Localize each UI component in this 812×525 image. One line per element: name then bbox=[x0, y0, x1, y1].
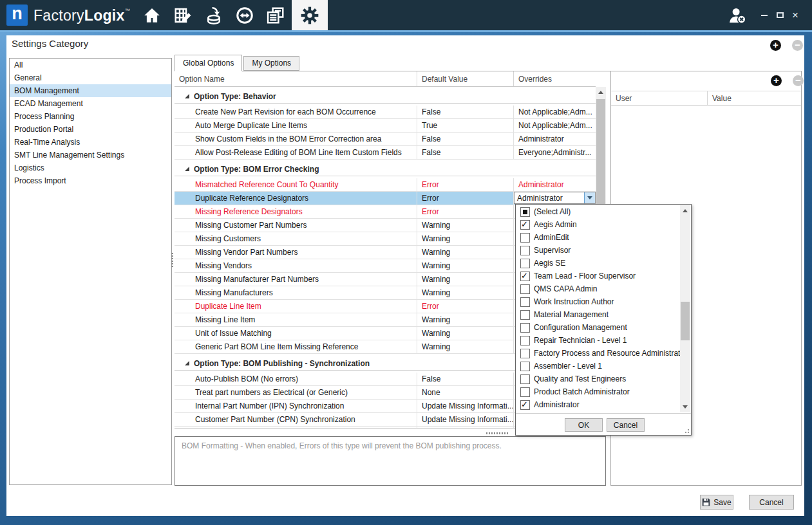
option-name-cell: Unit of Issue Matching bbox=[175, 327, 417, 340]
role-option-administrator[interactable]: Administrator bbox=[516, 398, 680, 411]
reports-windows-icon[interactable] bbox=[260, 0, 291, 30]
role-option-repair-technician-level-1[interactable]: Repair Technician - Level 1 bbox=[516, 334, 680, 347]
save-button[interactable]: Save bbox=[700, 495, 733, 510]
checkbox-unchecked-icon[interactable] bbox=[520, 246, 530, 255]
role-option-factory-process-and-resource-administrator[interactable]: Factory Process and Resource Administrat… bbox=[516, 347, 680, 360]
dropdown-scroll-down-icon[interactable] bbox=[680, 401, 690, 412]
sidebar-item-real-time-analysis[interactable]: Real-Time Analysis bbox=[10, 136, 171, 149]
checkbox-unchecked-icon[interactable] bbox=[520, 233, 530, 243]
role-option-product-batch-administrator[interactable]: Product Batch Administrator bbox=[516, 385, 680, 398]
checkbox-unchecked-icon[interactable] bbox=[520, 349, 530, 358]
remove-override-button[interactable]: − bbox=[792, 40, 803, 51]
option-row-show-custom-fields-in-the-bom-error-correction-area[interactable]: Show Custom Fields in the BOM Error Corr… bbox=[175, 133, 596, 146]
ok-button[interactable]: OK bbox=[565, 418, 603, 432]
minimize-button[interactable] bbox=[757, 0, 771, 30]
tab-global-options[interactable]: Global Options bbox=[175, 55, 242, 71]
checkbox-unchecked-icon[interactable] bbox=[520, 374, 530, 384]
option-row-duplicate-reference-designators[interactable]: Duplicate Reference DesignatorsErrorAdmi… bbox=[175, 192, 596, 205]
npi-grid-pencil-icon[interactable] bbox=[167, 0, 198, 30]
checkbox-unchecked-icon[interactable] bbox=[520, 310, 530, 320]
role-option-aegis-admin[interactable]: Aegis Admin bbox=[516, 218, 680, 231]
brand-wordmark: FactoryLogix™ bbox=[33, 5, 130, 26]
sidebar-item-logistics[interactable]: Logistics bbox=[10, 161, 171, 174]
checkbox-unchecked-icon[interactable] bbox=[520, 297, 530, 307]
popup-cancel-button[interactable]: Cancel bbox=[607, 418, 645, 432]
role-option-material-management[interactable]: Material Management bbox=[516, 308, 680, 321]
sidebar-item-ecad-management[interactable]: ECAD Management bbox=[10, 97, 171, 110]
column-header-user[interactable]: User bbox=[611, 91, 708, 105]
horizontal-splitter-grip[interactable] bbox=[486, 432, 509, 434]
role-option-configuration-management[interactable]: Configuration Management bbox=[516, 321, 680, 334]
column-header-default-value[interactable]: Default Value bbox=[417, 71, 514, 86]
sidebar-item-production-portal[interactable]: Production Portal bbox=[10, 123, 171, 136]
add-override-button[interactable]: + bbox=[770, 40, 781, 51]
checkbox-unchecked-icon[interactable] bbox=[520, 284, 530, 294]
dropdown-scrollbar[interactable] bbox=[680, 205, 690, 412]
role-option-label: Supervisor bbox=[534, 246, 571, 255]
checkbox-unchecked-icon[interactable] bbox=[520, 387, 530, 397]
settings-gear-icon[interactable] bbox=[292, 0, 328, 30]
checkbox-unchecked-icon[interactable] bbox=[520, 362, 530, 371]
tab-my-options[interactable]: My Options bbox=[243, 56, 299, 71]
role-option-adminedit[interactable]: AdminEdit bbox=[516, 231, 680, 244]
option-row-auto-merge-duplicate-line-items[interactable]: Auto Merge Duplicate Line ItemsTrueNot A… bbox=[175, 119, 596, 133]
role-option-aegis-se[interactable]: Aegis SE bbox=[516, 257, 680, 270]
group-header-option-type-behavior[interactable]: Option Type: Behavior bbox=[175, 89, 596, 104]
role-option-supervisor[interactable]: Supervisor bbox=[516, 244, 680, 257]
database-import-icon[interactable] bbox=[198, 0, 229, 30]
role-option-label: (Select All) bbox=[534, 207, 571, 216]
sidebar-item-all[interactable]: All bbox=[10, 59, 171, 71]
checkbox-checked-icon[interactable] bbox=[520, 272, 530, 281]
role-option-label: Material Management bbox=[534, 310, 609, 319]
role-option-team-lead-floor-supervisor[interactable]: Team Lead - Floor Supervisor bbox=[516, 270, 680, 282]
scroll-up-icon[interactable] bbox=[596, 87, 606, 98]
option-row-allow-post-release-editing-of-bom-line-item-custom-fields[interactable]: Allow Post-Release Editing of BOM Line I… bbox=[175, 146, 596, 160]
checkbox-checked-icon[interactable] bbox=[520, 400, 530, 410]
option-row-create-new-part-revision-for-each-bom-occurrence[interactable]: Create New Part Revision for each BOM Oc… bbox=[175, 106, 596, 119]
role-option-work-instruction-author[interactable]: Work Instruction Author bbox=[516, 295, 680, 308]
column-header-option-name[interactable]: Option Name bbox=[175, 71, 417, 86]
dropdown-scrollbar-thumb[interactable] bbox=[681, 302, 690, 340]
chevron-down-icon[interactable] bbox=[584, 192, 595, 203]
role-option-label: Assembler - Level 1 bbox=[534, 362, 602, 371]
add-user-value-button[interactable]: + bbox=[771, 75, 782, 86]
role-option-select-all[interactable]: (Select All) bbox=[516, 205, 680, 218]
sidebar-item-process-import[interactable]: Process Import bbox=[10, 174, 171, 187]
group-header-option-type-bom-error-checking[interactable]: Option Type: BOM Error Checking bbox=[175, 162, 596, 176]
dropdown-scroll-up-icon[interactable] bbox=[680, 205, 690, 216]
role-option-assembler-level-1[interactable]: Assembler - Level 1 bbox=[516, 360, 680, 373]
collapse-triangle-icon[interactable] bbox=[184, 360, 190, 366]
checkbox-unchecked-icon[interactable] bbox=[520, 323, 530, 333]
option-row-mismatched-reference-count-to-quantity[interactable]: Mismatched Reference Count To QuantityEr… bbox=[175, 178, 596, 192]
home-icon[interactable] bbox=[137, 0, 167, 30]
user-logout-icon[interactable] bbox=[728, 6, 747, 27]
checkbox-unchecked-icon[interactable] bbox=[520, 336, 530, 345]
group-label: Option Type: Behavior bbox=[194, 92, 276, 101]
collapse-triangle-icon[interactable] bbox=[184, 166, 190, 172]
sidebar-item-process-planning[interactable]: Process Planning bbox=[10, 110, 171, 123]
role-option-qms-capa-admin[interactable]: QMS CAPA Admin bbox=[516, 282, 680, 295]
option-name-cell: Show Custom Fields in the BOM Error Corr… bbox=[175, 133, 417, 146]
checkbox-indeterminate-icon[interactable] bbox=[520, 207, 530, 217]
collapse-triangle-icon[interactable] bbox=[184, 93, 190, 99]
option-name-cell: Allow Post-Release Editing of BOM Line I… bbox=[175, 146, 417, 160]
close-button[interactable]: × bbox=[788, 0, 802, 30]
sidebar-item-bom-management[interactable]: BOM Management bbox=[10, 84, 171, 97]
sidebar-item-smt-line-management-settings[interactable]: SMT Line Management Settings bbox=[10, 149, 171, 161]
overrides-cell: Not Applicable;Adm... bbox=[514, 119, 596, 133]
sidebar-item-general[interactable]: General bbox=[10, 71, 171, 84]
vertical-splitter-grip[interactable] bbox=[171, 253, 173, 267]
role-option-quality-and-test-engineers[interactable]: Quality and Test Engineers bbox=[516, 373, 680, 385]
column-header-value[interactable]: Value bbox=[708, 91, 801, 105]
checkbox-unchecked-icon[interactable] bbox=[520, 259, 530, 268]
remove-user-value-button[interactable]: − bbox=[793, 75, 804, 86]
settings-category-list[interactable]: AllGeneralBOM ManagementECAD ManagementP… bbox=[9, 58, 172, 485]
cancel-button[interactable]: Cancel bbox=[749, 495, 794, 510]
overrides-combobox[interactable]: Administrator bbox=[514, 192, 596, 204]
popup-resize-grip[interactable] bbox=[683, 427, 689, 433]
sync-circle-arrows-icon[interactable] bbox=[229, 0, 260, 30]
column-header-overrides[interactable]: Overrides bbox=[514, 71, 596, 86]
checkbox-checked-icon[interactable] bbox=[520, 220, 530, 230]
role-option-label: Team Lead - Floor Supervisor bbox=[534, 272, 636, 281]
maximize-button[interactable] bbox=[773, 0, 787, 30]
